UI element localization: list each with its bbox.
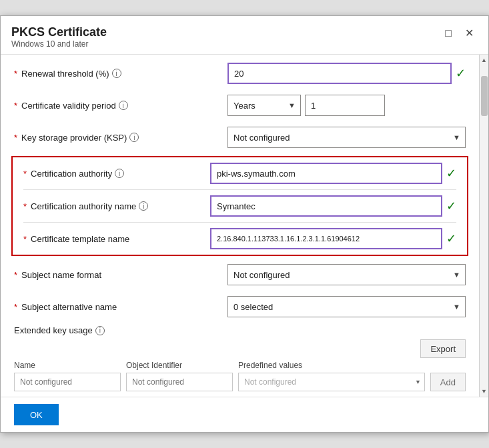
required-star-can: * (23, 201, 27, 211)
scrollbar-up-arrow[interactable]: ▲ (481, 55, 487, 65)
subject-alt-select-wrapper: 0 selected Email address User principal … (227, 296, 466, 317)
subject-alt-row: * Subject alternative name 0 selected Em… (1, 291, 479, 323)
eku-predefined-select[interactable]: Not configured (238, 373, 425, 391)
cert-authority-name-control: ✓ (210, 195, 456, 217)
subject-name-row: * Subject name format Not configured Com… (1, 259, 479, 291)
ca-check-icon: ✓ (446, 166, 456, 181)
eku-predefined-col-label: Predefined values (238, 361, 425, 370)
eku-oid-col-label: Object Identifier (126, 361, 233, 370)
cert-template-input[interactable] (210, 228, 442, 249)
ksp-label: * Key storage provider (KSP) i (14, 133, 227, 143)
ok-button[interactable]: OK (14, 404, 59, 425)
validity-period-label: * Certificate validity period i (14, 101, 227, 111)
required-star-validity: * (14, 101, 17, 111)
cert-template-label: * Certificate template name (23, 234, 210, 244)
pkcs-certificate-dialog: PKCS Certificate Windows 10 and later □ … (0, 15, 489, 433)
form-area: * Renewal threshold (%) i ✓ * Certificat… (1, 55, 479, 397)
validity-unit-select[interactable]: Years Months (227, 95, 301, 116)
highlighted-section: * Certification authority i ✓ * (11, 156, 468, 256)
validity-info-icon[interactable]: i (119, 101, 128, 110)
ksp-select[interactable]: Not configured Enroll to TPM KSP if pres… (227, 127, 466, 148)
subject-alt-label: * Subject alternative name (14, 302, 227, 312)
cert-authority-name-row: * Certification authority name i ✓ (13, 190, 467, 222)
cert-authority-row: * Certification authority i ✓ (13, 157, 467, 189)
footer: OK (1, 397, 488, 432)
cert-authority-name-label: * Certification authority name i (23, 201, 210, 211)
export-button[interactable]: Export (420, 339, 466, 358)
eku-info-icon[interactable]: i (95, 326, 105, 335)
renewal-threshold-label: * Renewal threshold (%) i (14, 69, 227, 79)
renewal-threshold-control: ✓ (227, 63, 466, 84)
renewal-info-icon[interactable]: i (112, 69, 121, 78)
dialog-title: PKCS Certificate (11, 25, 107, 39)
renewal-check-icon: ✓ (456, 66, 466, 81)
ctn-check-icon: ✓ (446, 231, 456, 246)
validity-period-control: Years Months ▼ (227, 95, 466, 116)
subject-name-label: * Subject name format (14, 270, 227, 280)
eku-oid-col: Object Identifier (126, 361, 233, 391)
required-star-ca: * (23, 169, 27, 179)
required-star-ctn: * (23, 234, 27, 244)
eku-header: Extended key usage i (14, 325, 466, 335)
ca-info-icon[interactable]: i (115, 169, 124, 178)
ksp-select-wrapper: Not configured Enroll to TPM KSP if pres… (227, 127, 466, 148)
dialog-subtitle: Windows 10 and later (11, 39, 107, 49)
title-text: PKCS Certificate Windows 10 and later (11, 25, 107, 49)
validity-number-input[interactable] (305, 95, 385, 116)
title-bar: PKCS Certificate Windows 10 and later □ … (1, 16, 488, 55)
renewal-threshold-input[interactable] (227, 63, 452, 84)
eku-name-col: Name (14, 361, 121, 391)
eku-oid-input[interactable] (126, 373, 233, 391)
title-controls: □ ✕ (441, 27, 478, 40)
ksp-info-icon[interactable]: i (129, 133, 139, 142)
can-check-icon: ✓ (446, 199, 456, 213)
eku-export-row: Export (14, 339, 466, 358)
eku-section: Extended key usage i Export Name Object … (1, 323, 479, 397)
subject-name-control: Not configured Common name Common name (… (227, 264, 466, 285)
required-star-ksp: * (14, 133, 17, 143)
eku-predefined-wrapper: Not configured ▼ (238, 373, 425, 391)
cert-template-row: * Certificate template name ✓ (13, 223, 467, 255)
close-button[interactable]: ✕ (461, 27, 478, 40)
scrollbar-area: * Renewal threshold (%) i ✓ * Certificat… (1, 55, 488, 397)
add-button[interactable]: Add (430, 373, 466, 391)
eku-columns: Name Object Identifier Predefined values (14, 361, 466, 391)
cert-authority-control: ✓ (210, 163, 456, 184)
subject-alt-select[interactable]: 0 selected Email address User principal … (227, 296, 466, 317)
ksp-row: * Key storage provider (KSP) i Not confi… (1, 121, 479, 153)
cert-template-control: ✓ (210, 228, 456, 249)
can-info-icon[interactable]: i (139, 201, 148, 211)
subject-alt-control: 0 selected Email address User principal … (227, 296, 466, 317)
scrollbar-down-arrow[interactable]: ▼ (481, 386, 487, 397)
content-area: * Renewal threshold (%) i ✓ * Certificat… (1, 55, 479, 397)
cert-authority-label: * Certification authority i (23, 169, 210, 179)
ksp-control: Not configured Enroll to TPM KSP if pres… (227, 127, 466, 148)
eku-predefined-col: Predefined values Not configured ▼ (238, 361, 425, 391)
minimize-button[interactable]: □ (441, 27, 456, 40)
validity-unit-wrapper: Years Months ▼ (227, 95, 301, 116)
scrollbar-thumb[interactable] (481, 76, 488, 116)
required-star-san: * (14, 302, 17, 312)
required-star-snf: * (14, 270, 17, 280)
subject-name-select-wrapper: Not configured Common name Common name (… (227, 264, 466, 285)
renewal-threshold-row: * Renewal threshold (%) i ✓ (1, 57, 479, 89)
eku-name-input[interactable] (14, 373, 121, 391)
required-star: * (14, 69, 17, 79)
cert-authority-input[interactable] (210, 163, 442, 184)
subject-name-select[interactable]: Not configured Common name Common name (… (227, 264, 466, 285)
cert-authority-name-input[interactable] (210, 195, 442, 217)
validity-period-row: * Certificate validity period i Years Mo… (1, 89, 479, 121)
scrollbar: ▲ ▼ (479, 55, 488, 397)
eku-name-col-label: Name (14, 361, 121, 370)
